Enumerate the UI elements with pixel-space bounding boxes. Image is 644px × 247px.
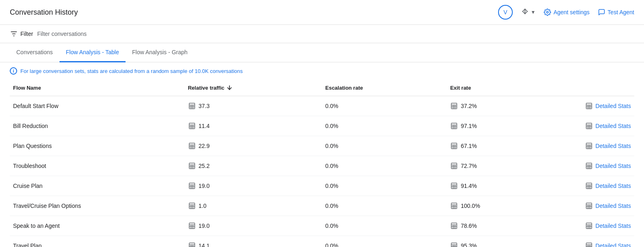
info-text: For large conversation sets, stats are c… xyxy=(20,68,243,74)
traffic-table-icon xyxy=(188,222,196,230)
sort-down-icon xyxy=(226,84,233,91)
header-actions: V ▼ Agent settings Test Agen xyxy=(498,5,634,20)
svg-point-1 xyxy=(547,11,549,13)
detailed-stats-table-icon xyxy=(585,202,593,210)
filter-conversations-text: Filter conversations xyxy=(37,31,86,37)
info-icon: i xyxy=(10,67,17,75)
traffic-table-icon xyxy=(188,182,196,190)
exit-table-icon xyxy=(450,122,458,130)
traffic-table-icon xyxy=(188,142,196,150)
exit-table-icon xyxy=(450,102,458,110)
table-container: Flow Name Relative traffic Escalation ra… xyxy=(0,79,644,247)
tab-flow-analysis-graph[interactable]: Flow Analysis - Graph xyxy=(126,43,194,62)
tab-conversations[interactable]: Conversations xyxy=(10,43,60,62)
svg-rect-31 xyxy=(586,123,592,129)
flow-name-cell: Troubleshoot xyxy=(10,156,185,176)
detailed-stats-table-icon xyxy=(585,162,593,170)
filter-icon-wrap: Filter xyxy=(10,30,33,38)
svg-rect-51 xyxy=(189,163,195,169)
relative-traffic-cell: 11.4 xyxy=(185,116,322,136)
chevron-down-icon: ▼ xyxy=(531,9,536,15)
table-row: Travel/Cruise Plan Options 1.0 0.0% 100.… xyxy=(10,196,634,216)
table-row: Troubleshoot 25.2 0.0% 72.7% xyxy=(10,156,634,176)
svg-rect-26 xyxy=(452,123,457,129)
test-agent-button[interactable]: Test Agent xyxy=(598,9,634,16)
flow-name-cell: Travel/Cruise Plan Options xyxy=(10,196,185,216)
exit-rate-cell: 95.3% xyxy=(447,236,571,247)
exit-table-icon xyxy=(450,182,458,190)
flow-name-cell: Bill Reduction xyxy=(10,116,185,136)
svg-rect-6 xyxy=(189,103,195,109)
table-row: Speak to an Agent 19.0 0.0% 78.6% xyxy=(10,216,634,236)
traffic-table-icon xyxy=(188,162,196,170)
detailed-stats-link[interactable]: Detailed Stats xyxy=(595,183,631,189)
flow-name-cell: Cruise Plan xyxy=(10,176,185,196)
svg-rect-46 xyxy=(586,143,592,149)
detailed-stats-link[interactable]: Detailed Stats xyxy=(595,243,631,247)
relative-traffic-cell: 37.3 xyxy=(185,96,322,116)
traffic-table-icon xyxy=(188,122,196,130)
escalation-rate-cell: 0.0% xyxy=(322,136,447,156)
tabs: Conversations Flow Analysis - Table Flow… xyxy=(0,43,644,62)
gear-icon xyxy=(544,9,551,16)
avatar: V xyxy=(498,5,513,20)
detailed-stats-link[interactable]: Detailed Stats xyxy=(595,203,631,209)
flow-name-cell: Travel Plan xyxy=(10,236,185,247)
filter-bar: Filter Filter conversations xyxy=(0,25,644,43)
table-row: Cruise Plan 19.0 0.0% 91.4% xyxy=(10,176,634,196)
detailed-stats-link[interactable]: Detailed Stats xyxy=(595,123,631,129)
traffic-table-icon xyxy=(188,202,196,210)
exit-rate-cell: 72.7% xyxy=(447,156,571,176)
actions-cell: Detailed Stats xyxy=(572,156,634,176)
column-relative-traffic[interactable]: Relative traffic xyxy=(185,79,322,96)
tab-flow-analysis-table[interactable]: Flow Analysis - Table xyxy=(60,43,126,62)
chat-icon xyxy=(598,9,605,16)
traffic-table-icon xyxy=(188,102,196,110)
svg-rect-11 xyxy=(452,103,457,109)
actions-cell: Detailed Stats xyxy=(572,236,634,247)
exit-rate-cell: 78.6% xyxy=(447,216,571,236)
column-actions xyxy=(572,79,634,96)
exit-table-icon xyxy=(450,142,458,150)
table-row: Default Start Flow 37.3 0.0% 37.2% xyxy=(10,96,634,116)
svg-rect-96 xyxy=(189,223,195,229)
relative-traffic-cell: 25.2 xyxy=(185,156,322,176)
relative-traffic-cell: 1.0 xyxy=(185,196,322,216)
sort-button[interactable]: ▼ xyxy=(521,7,536,18)
svg-rect-16 xyxy=(586,103,592,109)
traffic-table-icon xyxy=(188,242,196,247)
column-escalation-rate: Escalation rate xyxy=(322,79,447,96)
agent-settings-button[interactable]: Agent settings xyxy=(544,9,590,16)
escalation-rate-cell: 0.0% xyxy=(322,216,447,236)
actions-cell: Detailed Stats xyxy=(572,96,634,116)
svg-rect-91 xyxy=(586,203,592,209)
table-row: Bill Reduction 11.4 0.0% 97.1% xyxy=(10,116,634,136)
svg-rect-41 xyxy=(452,143,457,149)
exit-rate-cell: 67.1% xyxy=(447,136,571,156)
svg-rect-66 xyxy=(189,183,195,189)
flow-name-cell: Default Start Flow xyxy=(10,96,185,116)
exit-table-icon xyxy=(450,242,458,247)
actions-cell: Detailed Stats xyxy=(572,216,634,236)
detailed-stats-link[interactable]: Detailed Stats xyxy=(595,143,631,149)
actions-cell: Detailed Stats xyxy=(572,136,634,156)
escalation-rate-cell: 0.0% xyxy=(322,196,447,216)
actions-cell: Detailed Stats xyxy=(572,196,634,216)
actions-cell: Detailed Stats xyxy=(572,116,634,136)
exit-table-icon xyxy=(450,222,458,230)
flow-analysis-table: Flow Name Relative traffic Escalation ra… xyxy=(10,79,634,247)
table-header-row: Flow Name Relative traffic Escalation ra… xyxy=(10,79,634,96)
flow-name-cell: Speak to an Agent xyxy=(10,216,185,236)
header: Conversation History V ▼ Agent settings xyxy=(0,0,644,25)
detailed-stats-link[interactable]: Detailed Stats xyxy=(595,223,631,229)
detailed-stats-table-icon xyxy=(585,142,593,150)
detailed-stats-table-icon xyxy=(585,122,593,130)
filter-icon xyxy=(10,30,18,38)
relative-traffic-cell: 22.9 xyxy=(185,136,322,156)
detailed-stats-link[interactable]: Detailed Stats xyxy=(595,103,631,109)
column-exit-rate: Exit rate xyxy=(447,79,571,96)
svg-rect-101 xyxy=(452,223,457,229)
relative-traffic-cell: 19.0 xyxy=(185,176,322,196)
detailed-stats-link[interactable]: Detailed Stats xyxy=(595,163,631,169)
actions-cell: Detailed Stats xyxy=(572,176,634,196)
